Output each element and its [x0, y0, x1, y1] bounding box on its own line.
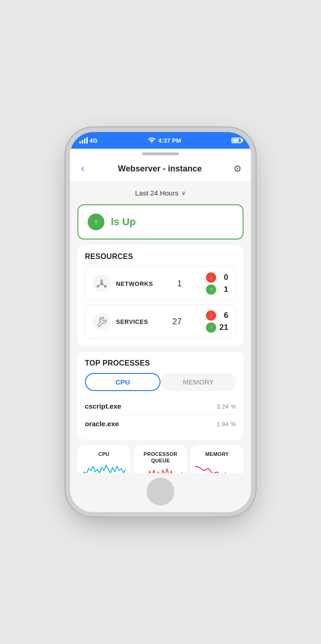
networks-stats: ↓ 0 ↑ 1: [206, 272, 228, 295]
up-arrow-icon: ↑: [88, 214, 104, 230]
status-center: 4:37 PM: [148, 137, 181, 144]
process-tabs: CPU MEMORY: [85, 373, 236, 391]
networks-up-count: 1: [219, 285, 228, 294]
page-title: Webserver - instance: [118, 164, 202, 174]
services-down-count: 6: [219, 311, 228, 320]
services-left: SERVICES: [93, 313, 148, 330]
home-indicator: [70, 473, 251, 512]
metrics-row: CPU 35.44 % PROCESSOR QUEUE 45.53 %: [77, 445, 244, 473]
services-up-count: 21: [219, 323, 228, 332]
services-up-badge: ↑: [206, 322, 216, 333]
content-area: Last 24 Hours ∨ ↑ Is Up RESOURCES: [70, 182, 251, 473]
metric-memory-chart: [195, 459, 239, 473]
notch-pill: [142, 152, 179, 155]
up-badge: ↑: [206, 284, 216, 295]
networks-left: NETWORKS: [93, 275, 153, 292]
notch-area: [70, 149, 251, 157]
networks-down-count: 0: [219, 273, 228, 282]
networks-up-row: ↑ 1: [206, 284, 228, 295]
services-down-row: ↓ 6: [206, 310, 228, 321]
top-processes-title: TOP PROCESSES: [85, 359, 236, 367]
battery-fill: [233, 139, 239, 142]
process-oracle: oracle.exe 1.94 %: [85, 415, 236, 432]
networks-name: NETWORKS: [116, 280, 153, 287]
network-icon: [93, 275, 110, 292]
home-bar[interactable]: [147, 478, 174, 505]
metric-pq-chart: [139, 466, 182, 473]
settings-icon[interactable]: ⚙: [233, 163, 242, 174]
metric-processor-queue[interactable]: PROCESSOR QUEUE 45.53 %: [134, 445, 187, 473]
svg-point-5: [101, 280, 103, 282]
status-left: 4G: [79, 137, 97, 144]
metric-pq-title: PROCESSOR QUEUE: [144, 451, 178, 464]
top-processes-section: TOP PROCESSES CPU MEMORY cscript.exe 3.2…: [77, 352, 244, 440]
services-down-badge: ↓: [206, 310, 216, 321]
resources-section: RESOURCES NET: [77, 245, 244, 346]
network-type: 4G: [90, 137, 97, 144]
tab-memory[interactable]: MEMORY: [160, 373, 236, 391]
status-card: ↑ Is Up: [77, 204, 244, 240]
signal-bars: [79, 137, 88, 144]
phone-frame: 4G 4:37 PM ‹ Webserver - instance ⚙ Last…: [70, 132, 251, 512]
process-val-cscript: 3.24 %: [217, 401, 236, 411]
services-item[interactable]: SERVICES 27 ↓ 6 ↑ 21: [85, 304, 236, 339]
networks-count: 1: [177, 279, 182, 289]
services-up-row: ↑ 21: [206, 322, 228, 333]
metric-cpu-chart: [82, 459, 126, 473]
networks-down-row: ↓ 0: [206, 272, 228, 283]
services-count: 27: [173, 317, 182, 327]
status-text: Is Up: [111, 216, 136, 228]
resources-title: RESOURCES: [85, 253, 236, 261]
metric-memory-title: MEMORY: [205, 451, 229, 457]
time: 4:37 PM: [158, 137, 181, 144]
battery-icon: [231, 138, 242, 143]
process-cscript: cscript.exe 3.24 %: [85, 398, 236, 415]
services-stats: ↓ 6 ↑ 21: [206, 310, 228, 333]
metric-memory[interactable]: MEMORY 72.57 %: [191, 445, 244, 473]
process-name-oracle: oracle.exe: [85, 420, 119, 428]
services-icon: [93, 313, 110, 330]
services-name: SERVICES: [116, 318, 148, 325]
networks-item[interactable]: NETWORKS 1 ↓ 0 ↑ 1: [85, 266, 236, 301]
back-button[interactable]: ‹: [79, 161, 86, 177]
chevron-down-icon: ∨: [181, 189, 186, 196]
nav-bar: ‹ Webserver - instance ⚙: [70, 157, 251, 182]
status-bar: 4G 4:37 PM: [70, 132, 251, 149]
status-right: [231, 138, 242, 143]
process-val-oracle: 1.94 %: [217, 419, 236, 429]
down-badge: ↓: [206, 272, 216, 283]
time-filter[interactable]: Last 24 Hours ∨: [77, 187, 244, 199]
metric-cpu-title: CPU: [98, 451, 109, 457]
time-filter-label: Last 24 Hours: [135, 189, 178, 197]
metric-cpu[interactable]: CPU 35.44 %: [77, 445, 130, 473]
tab-cpu[interactable]: CPU: [85, 373, 160, 391]
wifi-icon: [148, 138, 155, 143]
process-name-cscript: cscript.exe: [85, 402, 121, 410]
